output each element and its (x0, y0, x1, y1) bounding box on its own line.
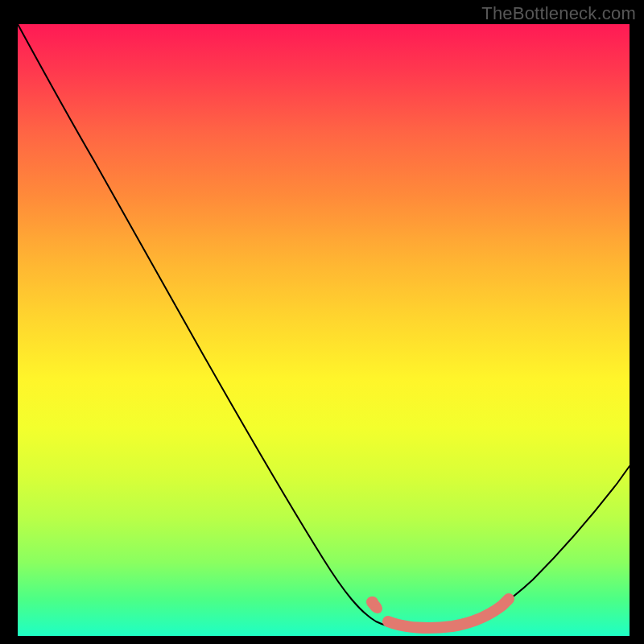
chart-canvas: TheBottleneck.com (0, 0, 644, 644)
bottleneck-curve (18, 24, 630, 629)
optimal-range-dot-2 (373, 604, 382, 613)
optimal-range-highlight (372, 599, 509, 628)
watermark-text: TheBottleneck.com (481, 3, 636, 24)
chart-overlay (18, 24, 630, 636)
